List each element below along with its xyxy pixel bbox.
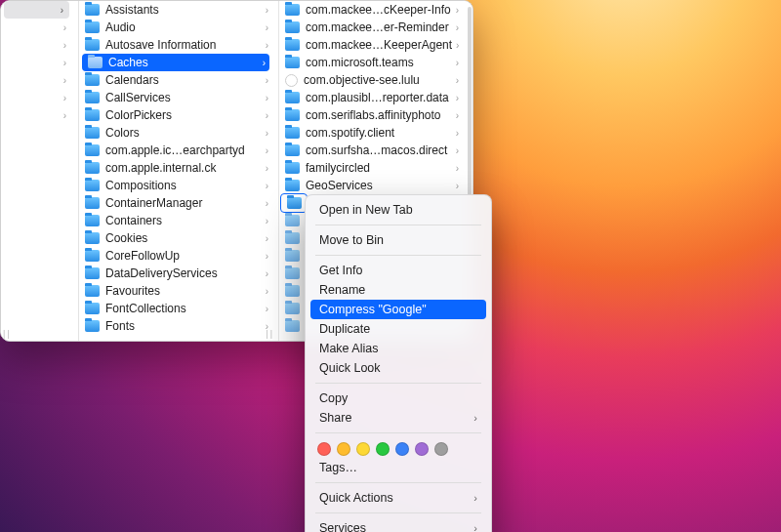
finder-column-0: ››››››› || [1,1,79,341]
folder-label: Compositions [105,179,177,192]
context-menu-item[interactable]: Copy [306,389,491,408]
folder-row[interactable]: Colors› [79,124,272,142]
folder-label: CallServices [105,91,171,104]
context-menu-item[interactable]: Quick Actions› [306,488,491,508]
context-menu-item[interactable]: Services› [306,518,491,532]
folder-label: com.mackee…er-Reminder [306,20,449,34]
context-menu-item[interactable]: Get Info [306,261,491,280]
chevron-right-icon: › [262,128,268,139]
folder-row[interactable]: Assistants› [79,1,272,19]
folder-row[interactable]: com.mackee…er-Reminder› [279,19,463,36]
context-menu-item[interactable]: Duplicate [306,319,491,339]
context-menu-item-label: Open in New Tab [319,203,413,217]
folder-row[interactable]: Autosave Information› [79,36,272,54]
folder-row[interactable]: Compositions› [79,177,272,194]
tag-color-row [306,438,491,458]
folder-row[interactable]: com.objective-see.lulu› [279,71,463,89]
folder-icon [85,320,100,332]
context-menu-item[interactable]: Share› [306,408,491,428]
folder-icon [285,215,300,226]
chevron-right-icon: › [452,58,459,68]
chevron-right-icon: › [452,110,459,121]
context-menu-item-label: Make Alias [319,342,378,355]
context-menu-item-label: Quick Actions [319,491,393,505]
list-item[interactable]: › [1,36,72,54]
context-menu-item[interactable]: Rename [306,280,491,300]
folder-icon [85,285,100,297]
folder-icon [285,303,300,314]
folder-row[interactable]: com.apple.internal.ck› [79,159,272,177]
list-item[interactable]: › [1,89,72,106]
context-menu-item-label: Services [319,521,366,532]
folder-label: DataDeliveryServices [105,266,218,280]
chevron-right-icon: › [63,75,66,86]
tag-color-dot[interactable] [337,442,350,456]
context-menu-item[interactable]: Quick Look [306,358,491,378]
folder-row[interactable]: Fonts› [79,317,272,335]
chevron-right-icon: › [262,5,268,16]
folder-row[interactable]: Containers› [79,212,272,229]
folder-row[interactable]: CoreFollowUp› [79,247,272,265]
chevron-right-icon: › [262,40,268,51]
tag-color-dot[interactable] [356,442,370,456]
chevron-right-icon: › [61,5,63,16]
folder-label: com.apple.ic…earchpartyd [105,143,245,157]
folder-row[interactable]: GeoServices› [279,177,463,194]
chevron-right-icon: › [262,286,268,297]
context-menu-item[interactable]: Make Alias [306,339,491,358]
list-item[interactable]: › [1,71,72,89]
column-resize-handle[interactable]: || [3,329,12,339]
folder-icon [85,180,100,191]
folder-row[interactable]: Favourites› [79,282,272,300]
folder-label: Favourites [105,284,160,298]
tag-color-dot[interactable] [395,442,409,456]
folder-row[interactable]: com.spotify.client› [279,124,463,142]
column-resize-handle[interactable]: || [266,329,274,339]
chevron-right-icon: › [452,163,459,174]
folder-icon [285,162,300,174]
menu-separator [315,383,481,384]
folder-row[interactable]: com.apple.ic…earchpartyd› [79,142,272,159]
context-menu: Open in New TabMove to BinGet InfoRename… [305,194,492,532]
folder-label: Assistants [105,3,159,17]
folder-row[interactable]: com.mackee…cKeeper-Info› [279,1,463,19]
chevron-right-icon: › [262,304,268,314]
list-item[interactable]: › [1,106,72,124]
chevron-right-icon: › [452,40,459,51]
tag-color-dot[interactable] [317,442,331,456]
folder-icon [287,197,302,209]
folder-row[interactable]: ColorPickers› [79,106,272,124]
folder-row[interactable]: com.surfsha…macos.direct› [279,142,463,159]
folder-row[interactable]: Cookies› [79,229,272,247]
folder-row[interactable]: FontCollections› [79,300,272,317]
context-menu-item[interactable]: Tags… [306,458,491,477]
folder-row[interactable]: com.microsoft.teams› [279,54,463,71]
folder-label: com.spotify.client [306,126,394,140]
chevron-right-icon: › [262,22,268,33]
folder-row[interactable]: Audio› [79,19,272,36]
chevron-right-icon: › [63,110,66,121]
tag-color-dot[interactable] [376,442,390,456]
folder-row[interactable]: DataDeliveryServices› [79,265,272,282]
menu-separator [315,512,481,513]
tag-color-dot[interactable] [434,442,448,456]
list-item[interactable]: › [1,54,72,71]
list-item[interactable]: › [4,1,69,19]
folder-row[interactable]: ContainerManager› [79,194,272,212]
folder-row[interactable]: com.plausibl…reporter.data› [279,89,463,106]
folder-row[interactable] [281,194,307,212]
list-item[interactable]: › [1,19,72,36]
context-menu-item[interactable]: Move to Bin [306,230,491,250]
folder-row[interactable]: Calendars› [79,71,272,89]
folder-label: com.objective-see.lulu [304,73,420,87]
tag-color-dot[interactable] [415,442,429,456]
folder-row[interactable]: Caches› [82,54,269,71]
folder-row[interactable]: CallServices› [79,89,272,106]
context-menu-item[interactable]: Compress "Google" [310,300,486,319]
context-menu-item[interactable]: Open in New Tab [306,200,491,220]
folder-icon [285,285,300,297]
folder-row[interactable]: com.mackee…KeeperAgent› [279,36,463,54]
folder-row[interactable]: com.seriflabs.affinityphoto› [279,106,463,124]
folder-icon [285,250,300,262]
folder-row[interactable]: familycircled› [279,159,463,177]
